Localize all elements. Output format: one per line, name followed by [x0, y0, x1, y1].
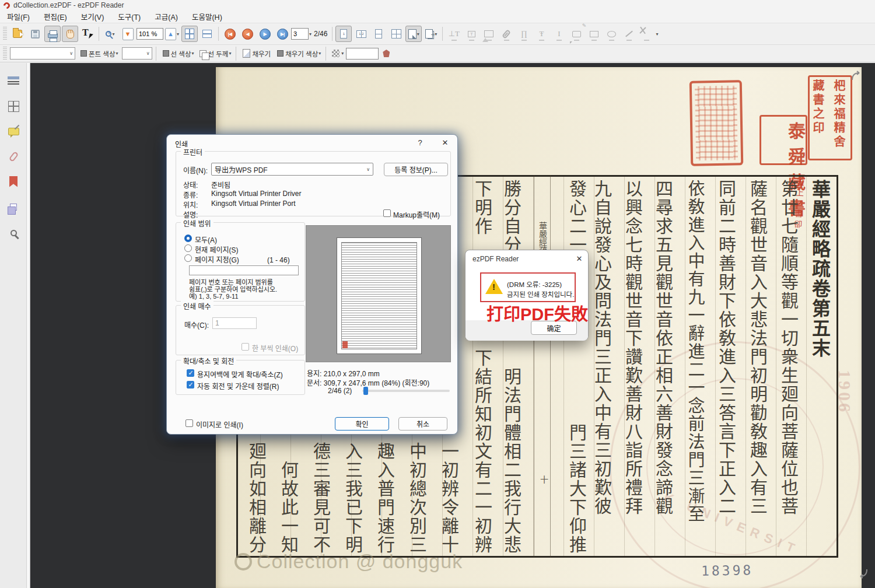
- line-annotation-button[interactable]: [621, 26, 637, 42]
- zoom-in-button[interactable]: ▲▾: [164, 26, 180, 42]
- page-rotate-icon: [408, 29, 416, 39]
- zoom-level-input[interactable]: [136, 28, 163, 40]
- stamp-button[interactable]: [379, 46, 393, 62]
- continuous-button[interactable]: [370, 26, 387, 42]
- continuous-facing-button[interactable]: [388, 26, 404, 42]
- fold-line: [534, 175, 534, 558]
- print-as-image-checkbox[interactable]: [186, 419, 193, 427]
- markup-output-checkbox[interactable]: [383, 209, 391, 217]
- close-icon[interactable]: ✕: [574, 254, 584, 263]
- single-page-button[interactable]: 1: [335, 26, 352, 42]
- text-column-fragment: 下明作: [466, 180, 491, 236]
- text-column-fragment: 廻向如相離分: [240, 442, 265, 554]
- page-number-input[interactable]: [291, 28, 309, 40]
- insert-image-button[interactable]: [481, 26, 497, 42]
- copies-input[interactable]: [212, 317, 257, 329]
- sidebar-search-button[interactable]: [5, 224, 22, 242]
- attach-file-button[interactable]: [498, 26, 514, 42]
- error-dialog-title: ezPDF Reader: [473, 255, 519, 263]
- range-current-label: 현재 페이지(S): [195, 244, 239, 254]
- text-select-button[interactable]: [79, 26, 96, 42]
- menu-file[interactable]: 파일(F): [7, 11, 30, 22]
- last-page-button[interactable]: ▶|: [274, 26, 290, 42]
- first-page-button[interactable]: |◀: [222, 26, 238, 42]
- ok-button[interactable]: 확인: [335, 417, 389, 430]
- print-preview-panel: [306, 225, 451, 362]
- fit-to-margins-checkbox[interactable]: [187, 369, 194, 377]
- sidebar-attachments-button[interactable]: [5, 148, 22, 165]
- page-curl-bottom-icon[interactable]: [858, 568, 869, 579]
- printer-properties-button[interactable]: 등록 정보(P)...: [384, 163, 448, 176]
- range-hint: (1 - 46): [267, 256, 290, 264]
- chevron-down-icon[interactable]: ▾: [309, 32, 312, 37]
- toolbar-grip[interactable]: [3, 27, 7, 41]
- sidebar-comments-button[interactable]: [5, 123, 22, 140]
- extract-page-button[interactable]: ▾: [423, 26, 439, 42]
- fill-color-button[interactable]: 채우기 색상 ▾: [274, 46, 323, 62]
- line-width-label: 선 두께: [208, 49, 228, 58]
- cancel-button[interactable]: 취소: [398, 417, 447, 430]
- help-button[interactable]: ?: [415, 138, 425, 147]
- page-rotate-button[interactable]: ▾: [405, 26, 422, 42]
- ellipse-annotation-button[interactable]: [603, 26, 620, 42]
- strike-text-button[interactable]: Ŧ: [533, 26, 550, 42]
- toolbar-overflow-icon[interactable]: ▾: [656, 32, 658, 37]
- sidebar-layers-button[interactable]: [5, 198, 22, 216]
- fit-page-button[interactable]: [181, 26, 198, 42]
- opacity-input[interactable]: [346, 48, 379, 60]
- line-width-button[interactable]: 선 두께 ▾: [197, 46, 233, 62]
- zoom-tool-button[interactable]: ▾: [102, 26, 118, 42]
- zoom-out-button[interactable]: ▼: [120, 26, 136, 42]
- menu-view[interactable]: 보기(V): [81, 11, 104, 22]
- page-range-input[interactable]: [189, 265, 299, 275]
- slider-thumb[interactable]: [363, 387, 368, 395]
- next-page-button[interactable]: ▶: [257, 26, 273, 42]
- large-collector-seal: [690, 80, 744, 166]
- sidebar-outline-button[interactable]: [5, 72, 22, 90]
- menu-help[interactable]: 도움말(H): [192, 11, 222, 22]
- menu-tools[interactable]: 도구(T): [118, 11, 141, 22]
- sidebar-bookmarks-button[interactable]: [5, 173, 22, 190]
- prev-page-button[interactable]: ◀: [239, 26, 256, 42]
- text-box-button[interactable]: T: [463, 26, 480, 42]
- hand-tool-button[interactable]: [62, 26, 78, 42]
- column-text-button[interactable]: ∏: [516, 26, 532, 42]
- caret-text-button[interactable]: I: [551, 26, 567, 42]
- range-current-radio[interactable]: [184, 244, 192, 252]
- text-column-fragment: 明法門體相二我行大悲: [495, 368, 520, 554]
- insert-text-button[interactable]: ⊥T: [446, 26, 462, 42]
- sidebar-thumbnails-button[interactable]: [5, 97, 22, 115]
- fill-button[interactable]: 채우기: [239, 46, 272, 62]
- rectangle-icon: [590, 31, 598, 37]
- collate-checkbox[interactable]: [242, 343, 249, 351]
- line-color-button[interactable]: 선 색상 ▾: [159, 46, 196, 62]
- text-column-fragment: 一初辨令離十: [433, 442, 457, 554]
- tools-button[interactable]: [638, 26, 654, 42]
- font-color-button[interactable]: 폰트 색상 ▾: [77, 46, 120, 62]
- auto-rotate-checkbox[interactable]: [187, 381, 194, 388]
- font-family-combo[interactable]: ∨: [10, 47, 75, 60]
- close-icon[interactable]: ✕: [440, 138, 450, 147]
- save-button[interactable]: [27, 26, 43, 42]
- printer-name-combo[interactable]: 导出为WPS PDF ∨: [211, 163, 373, 176]
- chevron-down-icon: ▾: [191, 51, 194, 56]
- facing-pages-button[interactable]: 1 2: [353, 26, 369, 42]
- font-size-combo[interactable]: ∨: [122, 47, 152, 60]
- menu-edit[interactable]: 편집(E): [44, 11, 67, 22]
- page-curl-top-icon[interactable]: [850, 70, 862, 82]
- toolbar-grip[interactable]: [3, 47, 7, 61]
- app-window: dCollection.ezPDF - ezPDF Reader 파일(F) 편…: [0, 0, 875, 588]
- range-pages-radio[interactable]: [184, 254, 192, 262]
- opacity-button[interactable]: ▾: [329, 46, 345, 62]
- open-file-button[interactable]: [9, 26, 26, 42]
- rect-annotation-button[interactable]: [586, 26, 602, 42]
- menu-advanced[interactable]: 고급(A): [155, 11, 178, 22]
- fit-width-button[interactable]: [199, 26, 215, 42]
- line-color-label: 선 색상: [171, 49, 191, 58]
- note-button[interactable]: [568, 26, 584, 42]
- range-all-radio[interactable]: [184, 235, 192, 242]
- color-chip-icon: [80, 50, 87, 57]
- print-button[interactable]: [44, 26, 61, 42]
- last-page-icon: ▶|: [277, 29, 288, 40]
- preview-page-slider[interactable]: [362, 390, 450, 392]
